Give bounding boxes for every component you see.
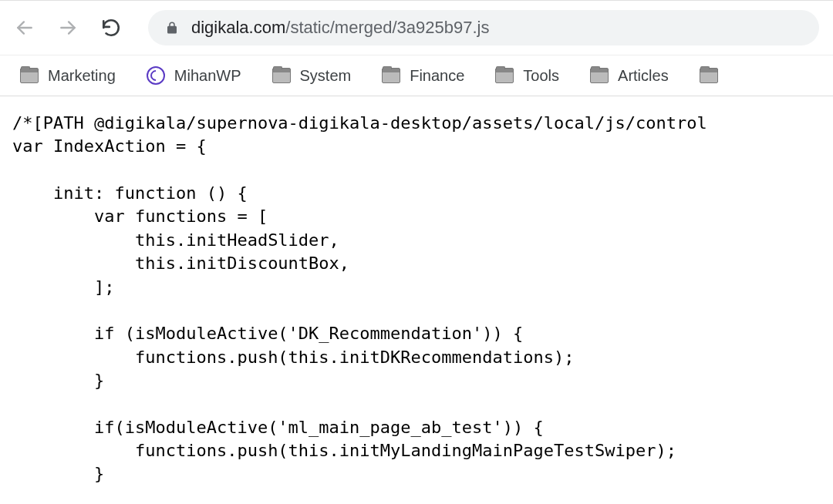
bookmark-label: Marketing	[48, 67, 116, 85]
source-code: /*[PATH @digikala/supernova-digikala-des…	[0, 96, 833, 502]
bookmark-label: System	[300, 67, 352, 85]
bookmark-finance[interactable]: Finance	[382, 67, 464, 85]
bookmark-label: Articles	[618, 67, 669, 85]
url-domain: digikala.com	[191, 18, 285, 37]
lock-icon	[165, 20, 179, 35]
folder-icon	[495, 68, 514, 83]
bookmark-more[interactable]	[700, 68, 718, 83]
bookmark-system[interactable]: System	[272, 67, 352, 85]
arrow-left-icon	[15, 18, 35, 38]
arrow-right-icon	[58, 18, 78, 38]
reload-icon	[101, 18, 121, 38]
url-path: /static/merged/3a925b97.js	[285, 18, 489, 37]
folder-icon	[272, 68, 291, 83]
reload-button[interactable]	[100, 17, 122, 39]
folder-icon	[700, 68, 718, 83]
browser-toolbar: digikala.com/static/merged/3a925b97.js	[0, 0, 833, 55]
bookmark-mihanwp[interactable]: MihanWP	[147, 66, 241, 85]
bookmark-tools[interactable]: Tools	[495, 67, 559, 85]
bookmark-label: Finance	[410, 67, 464, 85]
bookmark-articles[interactable]: Articles	[590, 67, 669, 85]
bookmark-label: MihanWP	[174, 67, 241, 85]
bookmark-marketing[interactable]: Marketing	[20, 67, 116, 85]
folder-icon	[20, 68, 39, 83]
folder-icon	[590, 68, 609, 83]
bookmark-label: Tools	[523, 67, 559, 85]
folder-icon	[382, 68, 400, 83]
bookmarks-bar: Marketing MihanWP System Finance Tools A…	[0, 55, 833, 96]
url-text: digikala.com/static/merged/3a925b97.js	[191, 18, 489, 38]
forward-button[interactable]	[57, 17, 79, 39]
back-button[interactable]	[14, 17, 35, 39]
mihan-icon	[147, 66, 165, 85]
nav-arrows	[14, 17, 122, 39]
address-bar[interactable]: digikala.com/static/merged/3a925b97.js	[148, 10, 819, 45]
